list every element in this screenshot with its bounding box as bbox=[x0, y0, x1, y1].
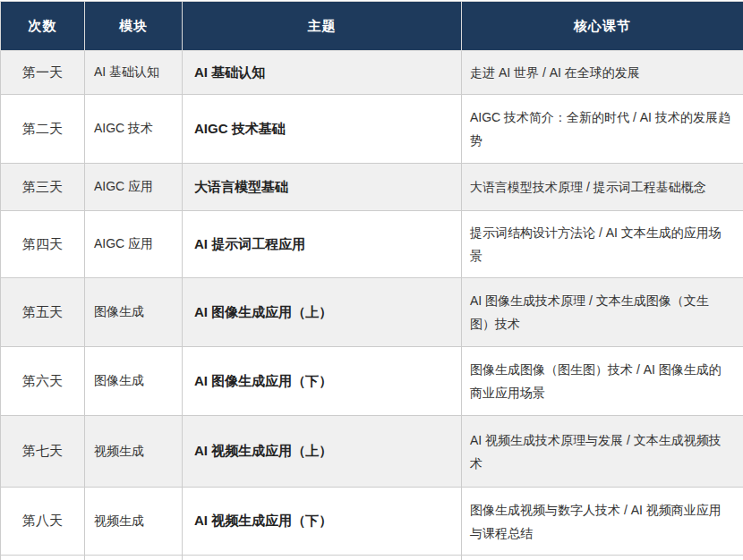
cell-day: 第六天 bbox=[1, 347, 85, 416]
empty-cell bbox=[85, 556, 183, 560]
table-row: 第六天图像生成AI 图像生成应用（下）图像生成图像（图生图）技术 / AI 图像… bbox=[1, 347, 743, 416]
table-row: 第七天视频生成AI 视频生成应用（上）AI 视频生成技术原理与发展 / 文本生成… bbox=[1, 416, 743, 488]
empty-cell bbox=[462, 556, 743, 560]
cell-lessons: 走进 AI 世界 / AI 在全球的发展 bbox=[462, 51, 743, 95]
cell-lessons: AI 视频生成技术原理与发展 / 文本生成视频技术 bbox=[462, 416, 743, 488]
cell-module: 视频生成 bbox=[85, 416, 183, 488]
header-cell-topic: 主题 bbox=[183, 2, 462, 51]
header-cell-lessons: 核心课节 bbox=[462, 2, 743, 51]
cell-topic: AI 图像生成应用（下） bbox=[183, 347, 462, 416]
course-table: 次数模块主题核心课节 第一天AI 基础认知AI 基础认知走进 AI 世界 / A… bbox=[0, 1, 743, 560]
table-row: 第八天视频生成AI 视频生成应用（下）图像生成视频与数字人技术 / AI 视频商… bbox=[1, 488, 743, 556]
cell-day: 第五天 bbox=[1, 278, 85, 347]
course-schedule: 次数模块主题核心课节 第一天AI 基础认知AI 基础认知走进 AI 世界 / A… bbox=[0, 1, 743, 560]
cell-lessons: AI 图像生成技术原理 / 文本生成图像（文生图）技术 bbox=[462, 278, 743, 347]
cell-module: AIGC 应用 bbox=[85, 211, 183, 278]
cell-module: 图像生成 bbox=[85, 278, 183, 347]
table-row-partial bbox=[1, 556, 743, 560]
cell-module: 视频生成 bbox=[85, 488, 183, 556]
table-row: 第五天图像生成AI 图像生成应用（上）AI 图像生成技术原理 / 文本生成图像（… bbox=[1, 278, 743, 347]
table-row: 第二天AIGC 技术AIGC 技术基础AIGC 技术简介：全新的时代 / AI … bbox=[1, 95, 743, 164]
empty-cell bbox=[1, 556, 85, 560]
header-cell-module: 模块 bbox=[85, 2, 183, 51]
cell-topic: AI 视频生成应用（上） bbox=[183, 416, 462, 488]
cell-topic: AIGC 技术基础 bbox=[183, 95, 462, 164]
cell-topic: AI 基础认知 bbox=[183, 51, 462, 95]
cell-module: AIGC 应用 bbox=[85, 164, 183, 211]
table-header-row: 次数模块主题核心课节 bbox=[1, 2, 743, 51]
cell-module: AI 基础认知 bbox=[85, 51, 183, 95]
cell-day: 第二天 bbox=[1, 95, 85, 164]
cell-topic: 大语言模型基础 bbox=[183, 164, 462, 211]
cell-module: 图像生成 bbox=[85, 347, 183, 416]
cell-day: 第一天 bbox=[1, 51, 85, 95]
cell-day: 第三天 bbox=[1, 164, 85, 211]
cell-day: 第四天 bbox=[1, 211, 85, 278]
empty-cell bbox=[183, 556, 462, 560]
cell-topic: AI 视频生成应用（下） bbox=[183, 488, 462, 556]
cell-module: AIGC 技术 bbox=[85, 95, 183, 164]
header-cell-day: 次数 bbox=[1, 2, 85, 51]
cell-lessons: 图像生成图像（图生图）技术 / AI 图像生成的商业应用场景 bbox=[462, 347, 743, 416]
cell-lessons: 图像生成视频与数字人技术 / AI 视频商业应用与课程总结 bbox=[462, 488, 743, 556]
cell-day: 第八天 bbox=[1, 488, 85, 556]
cell-day: 第七天 bbox=[1, 416, 85, 488]
table-row: 第三天AIGC 应用大语言模型基础大语言模型技术原理 / 提示词工程基础概念 bbox=[1, 164, 743, 211]
cell-lessons: 大语言模型技术原理 / 提示词工程基础概念 bbox=[462, 164, 743, 211]
cell-lessons: 提示词结构设计方法论 / AI 文本生成的应用场景 bbox=[462, 211, 743, 278]
cell-topic: AI 提示词工程应用 bbox=[183, 211, 462, 278]
table-row: 第一天AI 基础认知AI 基础认知走进 AI 世界 / AI 在全球的发展 bbox=[1, 51, 743, 95]
table-row: 第四天AIGC 应用AI 提示词工程应用提示词结构设计方法论 / AI 文本生成… bbox=[1, 211, 743, 278]
cell-lessons: AIGC 技术简介：全新的时代 / AI 技术的发展趋势 bbox=[462, 95, 743, 164]
cell-topic: AI 图像生成应用（上） bbox=[183, 278, 462, 347]
